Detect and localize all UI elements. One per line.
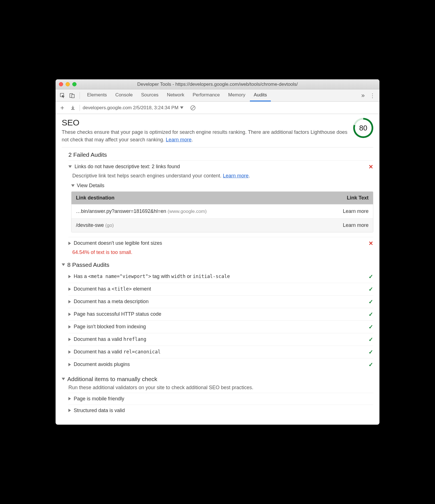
manual-audit-row[interactable]: Structured data is valid (68, 405, 373, 416)
seo-heading: SEO (62, 118, 348, 127)
tab-elements[interactable]: Elements (83, 89, 111, 101)
audit-label: Links do not have descriptive text: 2 li… (75, 164, 366, 170)
audit-label: Structured data is valid (74, 408, 373, 413)
chevron-right-icon (68, 275, 71, 278)
check-icon: ✓ (369, 324, 373, 330)
close-window-button[interactable] (59, 82, 63, 86)
audit-content: SEO These checks ensure that your page i… (56, 114, 379, 424)
audit-label: Page has successful HTTP status code (74, 311, 366, 317)
chevron-down-icon (71, 184, 75, 187)
separator (80, 105, 80, 111)
passed-audit-row[interactable]: Page has successful HTTP status code✓ (68, 308, 373, 320)
link-destination: …bin/answer.py?answer=181692&hl=en (76, 208, 166, 214)
chevron-down-icon (68, 165, 72, 168)
failed-audit-row[interactable]: Links do not have descriptive text: 2 li… (68, 160, 373, 173)
audit-label: Document doesn't use legible font sizes (74, 240, 366, 246)
chevron-right-icon (68, 242, 71, 245)
report-selector[interactable]: developers.google.com 2/5/2018, 3:24:34 … (83, 105, 183, 111)
panel-tabs: Elements Console Sources Network Perform… (83, 89, 358, 101)
seo-score-value: 80 (359, 124, 367, 132)
passed-audit-row[interactable]: Document avoids plugins✓ (68, 358, 373, 371)
passed-audit-row[interactable]: Document has a valid rel=canonical✓ (68, 346, 373, 358)
audit-label: Document avoids plugins (74, 362, 366, 367)
seo-header: SEO These checks ensure that your page i… (62, 118, 373, 147)
more-tabs-icon[interactable]: » (359, 91, 367, 100)
audit-label: Page isn't blocked from indexing (74, 324, 366, 330)
device-toolbar-icon[interactable] (68, 91, 76, 100)
manual-audit-row[interactable]: Page is mobile friendly (68, 393, 373, 405)
audit-warning: 64.54% of text is too small. (72, 249, 373, 255)
kebab-menu-icon[interactable]: ⋮ (368, 91, 377, 100)
minimize-window-button[interactable] (66, 82, 70, 86)
view-details-toggle[interactable]: View Details (71, 183, 373, 189)
link-text: Learn more (343, 222, 369, 228)
check-icon: ✓ (369, 286, 373, 293)
audit-label: Has a <meta name="viewport"> tag with wi… (74, 274, 366, 279)
passed-audit-row[interactable]: Has a <meta name="viewport"> tag with wi… (68, 270, 373, 283)
new-audit-icon[interactable]: + (58, 104, 66, 112)
check-icon: ✓ (369, 336, 373, 343)
failed-audits-heading[interactable]: 2 Failed Audits (68, 151, 373, 158)
table-header: Link destination Link Text (71, 192, 373, 204)
passed-audit-row[interactable]: Document has a <title> element✓ (68, 283, 373, 295)
window-controls (59, 82, 77, 86)
chevron-down-icon (62, 263, 65, 266)
svg-line-4 (192, 106, 194, 109)
link-host: (www.google.com) (168, 209, 207, 214)
table-row: …bin/answer.py?answer=181692&hl=en (www.… (71, 204, 373, 218)
passed-audit-row[interactable]: Document has a meta description✓ (68, 295, 373, 308)
clear-icon[interactable] (189, 104, 197, 112)
check-icon: ✓ (369, 273, 373, 280)
chevron-right-icon (68, 350, 71, 354)
seo-score-gauge: 80 (353, 118, 373, 138)
window-title: Developer Tools - https://developers.goo… (56, 82, 379, 87)
svg-rect-2 (72, 94, 74, 98)
tab-network[interactable]: Network (163, 89, 188, 101)
manual-checks-description: Run these additional validators on your … (68, 385, 373, 391)
passed-audit-row[interactable]: Page isn't blocked from indexing✓ (68, 320, 373, 333)
audit-learn-more-link[interactable]: Learn more (223, 173, 248, 179)
devtools-window: Developer Tools - https://developers.goo… (56, 79, 379, 424)
zoom-window-button[interactable] (72, 82, 77, 86)
manual-checks-heading[interactable]: Additional items to manually check (62, 376, 373, 382)
titlebar: Developer Tools - https://developers.goo… (56, 79, 379, 89)
devtools-tabbar: Elements Console Sources Network Perform… (56, 89, 379, 102)
chevron-down-icon (180, 106, 183, 109)
tab-console[interactable]: Console (111, 89, 137, 101)
link-destination: /devsite-swe (76, 222, 104, 228)
tab-performance[interactable]: Performance (189, 89, 224, 101)
chevron-down-icon (62, 378, 65, 380)
failed-audit-row[interactable]: Document doesn't use legible font sizes … (68, 237, 373, 249)
th-link-text: Link Text (347, 195, 369, 201)
passed-audits-heading[interactable]: 8 Passed Audits (62, 261, 373, 268)
table-row: /devsite-swe (go) Learn more (71, 218, 373, 232)
link-host: (go) (105, 223, 114, 228)
audit-label: Page is mobile friendly (74, 396, 373, 402)
passed-audit-row[interactable]: Document has a valid hreflang✓ (68, 333, 373, 346)
link-details-table: Link destination Link Text …bin/answer.p… (71, 191, 373, 232)
check-icon: ✓ (369, 311, 373, 318)
chevron-right-icon (68, 363, 71, 366)
check-icon: ✓ (369, 349, 373, 355)
chevron-right-icon (68, 287, 71, 291)
chevron-right-icon (68, 325, 71, 329)
audit-label: Document has a <title> element (74, 286, 366, 292)
passed-audits-list: Has a <meta name="viewport"> tag with wi… (62, 270, 373, 371)
download-icon[interactable] (69, 104, 77, 112)
chevron-right-icon (68, 338, 71, 341)
report-label: developers.google.com 2/5/2018, 3:24:34 … (83, 105, 178, 111)
fail-icon: ✕ (369, 163, 373, 170)
chevron-right-icon (68, 313, 71, 316)
tab-memory[interactable]: Memory (224, 89, 249, 101)
audit-detail: Descriptive link text helps search engin… (72, 173, 373, 179)
tab-audits[interactable]: Audits (250, 89, 271, 101)
inspect-element-icon[interactable] (58, 91, 67, 100)
audit-label: Document has a meta description (74, 299, 366, 305)
chevron-right-icon (68, 300, 71, 303)
audits-toolbar: + developers.google.com 2/5/2018, 3:24:3… (56, 102, 379, 114)
audit-label: Document has a valid hreflang (74, 336, 366, 342)
tab-sources[interactable]: Sources (137, 89, 162, 101)
seo-learn-more-link[interactable]: Learn more (166, 137, 192, 142)
check-icon: ✓ (369, 361, 373, 368)
seo-description: These checks ensure that your page is op… (62, 129, 348, 143)
